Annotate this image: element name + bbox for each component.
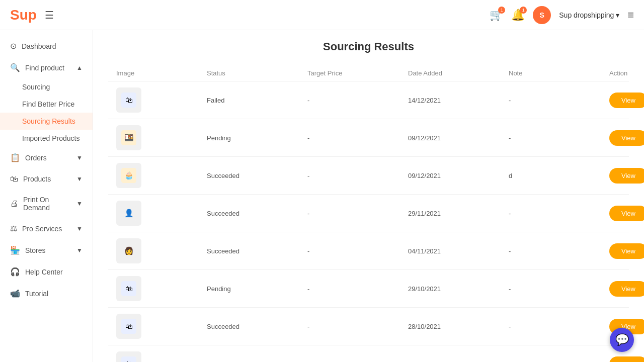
status-cell: Succeeded [207,172,307,179]
col-target-price: Target Price [307,69,408,77]
col-date-added: Date Added [408,69,509,77]
svg-text:👩: 👩 [124,246,134,255]
status-cell: Succeeded [207,210,307,217]
action-cell: View [609,243,644,259]
sidebar-item-label: Print On Demand [23,196,71,212]
view-button[interactable]: View [609,206,644,221]
sidebar-item-label: Pro Services [22,225,62,233]
sidebar: ⊙ Dashboard 🔍 Find product ▲ Sourcing Fi… [0,30,93,362]
target-price-cell: - [307,323,408,330]
logo[interactable]: Sup [10,7,37,23]
main-content: Sourcing Results Image Status Target Pri… [93,30,644,362]
col-status: Status [207,69,307,77]
chat-button[interactable]: 💬 [610,328,634,352]
table-row: 🛍 Succeeded - 28/10/2021 - View [108,308,629,345]
sidebar-sub-imported-products[interactable]: Imported Products [0,130,93,147]
sidebar-item-label: Dashboard [22,42,56,50]
view-button[interactable]: View [609,130,644,146]
sidebar-item-label: Stores [25,246,45,254]
date-added-cell: 29/11/2021 [408,210,509,217]
view-button[interactable]: View [609,281,644,297]
table-row: 👩 Succeeded - 04/11/2021 - View [108,232,629,270]
chevron-down-icon: ▼ [76,175,83,183]
sidebar-item-help-center[interactable]: 🎧 Help Center [0,261,93,283]
status-cell: Failed [207,97,307,104]
sidebar-item-label: Tutorial [25,290,48,298]
table-row: 🛍 Failed - 14/12/2021 - View [108,81,629,119]
product-image: 🍱 [116,125,141,150]
sidebar-sub-find-better-price[interactable]: Find Better Price [0,96,93,113]
print-on-demand-icon: 🖨 [10,199,18,208]
sidebar-item-dashboard[interactable]: ⊙ Dashboard [0,35,93,57]
view-button[interactable]: View [609,168,644,184]
bell-badge: 1 [520,7,527,14]
action-cell: View [609,356,644,363]
date-added-cell: 04/11/2021 [408,247,509,255]
svg-text:👤: 👤 [124,209,134,218]
chevron-down-icon: ▼ [76,154,83,161]
svg-text:🧁: 🧁 [124,171,134,180]
page-title: Sourcing Results [108,40,629,53]
sidebar-sub-sourcing-results[interactable]: Sourcing Results [0,113,93,130]
view-button[interactable]: View [609,93,644,108]
date-added-cell: 09/12/2021 [408,172,509,179]
chat-icon: 💬 [615,333,629,346]
table-body: 🛍 Failed - 14/12/2021 - View 🍱 Pending -… [108,81,629,362]
date-added-cell: 14/12/2021 [408,97,509,104]
product-image: 👤 [116,201,141,226]
sidebar-item-tutorial[interactable]: 📹 Tutorial [0,283,93,304]
sidebar-item-label: Help Center [25,268,63,276]
menu-icon[interactable]: ☰ [45,9,54,21]
sidebar-item-products[interactable]: 🛍 Products ▼ [0,168,93,190]
chevron-down-icon: ▼ [76,225,83,232]
stores-icon: 🏪 [10,245,20,255]
note-cell: d [509,172,609,179]
col-action: Action [609,69,627,77]
note-cell: - [509,360,609,363]
col-image: Image [116,69,207,77]
view-button[interactable]: View [609,243,644,259]
header: Sup ☰ 🛒 1 🔔 1 S Sup dropshipping ▾ ≡ [0,0,644,30]
target-price-cell: - [307,172,408,179]
svg-text:🛍: 🛍 [125,359,133,362]
target-price-cell: - [307,97,408,104]
note-cell: - [509,134,609,142]
user-label[interactable]: Sup dropshipping ▾ [559,11,619,19]
sidebar-item-stores[interactable]: 🏪 Stores ▼ [0,239,93,261]
sidebar-item-orders[interactable]: 📋 Orders ▼ [0,147,93,168]
header-right: 🛒 1 🔔 1 S Sup dropshipping ▾ ≡ [490,6,634,24]
sidebar-sub-sourcing[interactable]: Sourcing [0,78,93,96]
target-price-cell: - [307,247,408,255]
action-cell: View [609,281,644,297]
table-row: 👤 Succeeded - 29/11/2021 - View [108,195,629,232]
sidebar-item-label: Orders [25,154,47,162]
view-button[interactable]: View [609,356,644,363]
cart-icon[interactable]: 🛒 1 [490,9,503,22]
sidebar-item-label: Products [23,175,51,183]
note-cell: - [509,210,609,217]
product-image: 🛍 [116,87,141,113]
product-image: 👩 [116,238,141,263]
action-cell: View [609,206,644,221]
header-left: Sup ☰ [10,7,54,23]
chevron-down-icon: ▼ [76,200,83,207]
tutorial-icon: 📹 [10,289,20,298]
table-row: 🧁 Succeeded - 09/12/2021 d View [108,157,629,195]
sidebar-item-print-on-demand[interactable]: 🖨 Print On Demand ▼ [0,190,93,218]
date-added-cell: 29/10/2021 [408,285,509,293]
avatar[interactable]: S [533,6,551,24]
bell-icon[interactable]: 🔔 1 [511,9,525,22]
status-cell: Succeeded [207,247,307,255]
date-added-cell: 28/10/2021 [408,323,509,330]
date-added-cell: 09/12/2021 [408,134,509,142]
sidebar-item-find-product[interactable]: 🔍 Find product ▲ [0,57,93,78]
product-image: 🛍 [116,351,141,362]
chevron-up-icon: ▲ [76,64,83,71]
status-cell: Succeeded [207,323,307,330]
status-cell: Failed [207,360,307,363]
hamburger-icon[interactable]: ≡ [627,9,634,22]
help-center-icon: 🎧 [10,267,20,277]
sidebar-item-label: Find product [25,64,64,72]
table-row: 🍱 Pending - 09/12/2021 - View [108,119,629,157]
sidebar-item-pro-services[interactable]: ⚖ Pro Services ▼ [0,218,93,239]
